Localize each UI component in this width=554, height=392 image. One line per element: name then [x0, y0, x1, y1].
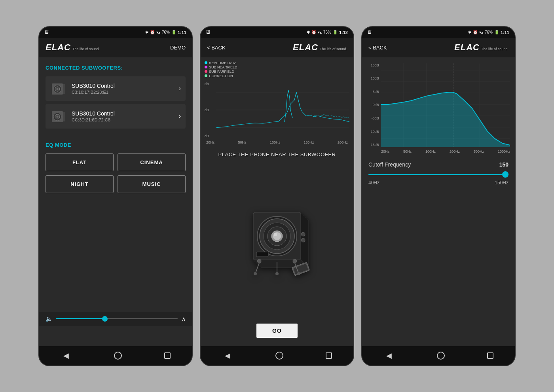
- nav-back-button-2[interactable]: ◀: [222, 350, 233, 361]
- nav-back-button-1[interactable]: ◀: [61, 350, 72, 361]
- go-button-area: GO: [201, 320, 353, 346]
- volume-icon: 🔈: [46, 316, 52, 322]
- screen2-content: REALTIME DATA SUB NEARFIELD SUB FARFIELD…: [201, 58, 353, 346]
- eq-buttons-grid: FLAT CINEMA NIGHT MUSIC: [46, 153, 186, 193]
- chart-area-2: REALTIME DATA SUB NEARFIELD SUB FARFIELD…: [201, 58, 353, 146]
- chevron-icon-2: ›: [179, 113, 181, 120]
- svg-rect-29: [256, 252, 268, 257]
- image-icon-3: 🖼: [368, 30, 372, 34]
- nav-home-button-2[interactable]: [275, 352, 283, 360]
- phone-3: 🖼 ✱ ⏰ ▾▴ 76% 🔋 1:11 < BACK ELAC The life…: [361, 26, 516, 366]
- subwoofer-3d-svg: [237, 201, 317, 280]
- image-icon: 🖼: [45, 30, 49, 34]
- nav-square-button-2[interactable]: [326, 352, 332, 359]
- chart-freq-axis-2: 20Hz 50Hz 100Hz 150Hz 200Hz: [205, 140, 349, 144]
- eq-flat-button[interactable]: FLAT: [46, 153, 114, 171]
- svg-point-33: [254, 272, 257, 275]
- phone-1: 🖼 ✱ ⏰ ▾▴ 76% 🔋 1:11 ELAC The life of sou…: [38, 26, 193, 366]
- subwoofer-icon-1: [50, 80, 67, 97]
- screen1-content: CONNECTED SUBWOOFERS: SUB3010 Control C3…: [39, 58, 192, 346]
- elac-logo-1: ELAC The life of sound.: [46, 42, 100, 53]
- legend-correction: CORRECTION: [205, 74, 349, 78]
- svg-rect-9: [63, 112, 65, 121]
- cutoff-section: Cutoff Frequency 150 40Hz 150Hz: [362, 156, 515, 191]
- battery-icon: 🔋: [171, 30, 176, 34]
- nav-home-button-1[interactable]: [114, 352, 122, 360]
- alarm-icon-2: ⏰: [311, 30, 316, 34]
- freq-chart-container: 15dB 10dB 5dB 0dB -5dB -10dB -15dB: [367, 62, 510, 149]
- svg-line-30: [255, 263, 259, 274]
- legend-nearfield: SUB NEARFIELD: [205, 65, 349, 69]
- svg-rect-4: [63, 84, 65, 94]
- signal-icon: ▾▴: [156, 30, 160, 34]
- cutoff-slider[interactable]: [368, 174, 508, 175]
- back-button-3[interactable]: < BACK: [368, 45, 387, 51]
- svg-point-27: [301, 232, 305, 236]
- subwoofer-icon-2: [50, 108, 67, 125]
- screen3-content: 15dB 10dB 5dB 0dB -5dB -10dB -15dB: [362, 58, 515, 346]
- svg-point-24: [293, 259, 297, 263]
- time-label: 1:11: [178, 30, 186, 35]
- nav-back-button-3[interactable]: ◀: [383, 350, 395, 361]
- battery-icon-3: 🔋: [494, 30, 499, 34]
- eq-cinema-button[interactable]: CINEMA: [118, 153, 186, 171]
- nav-square-button-1[interactable]: [164, 352, 171, 359]
- legend-dot-realtime: [205, 61, 207, 64]
- svg-point-28: [301, 238, 305, 242]
- cutoff-range-row: 40Hz 150Hz: [368, 180, 508, 186]
- eq-music-button[interactable]: MUSIC: [118, 175, 186, 193]
- legend-dot-nearfield: [205, 66, 207, 68]
- elac-tagline-3: The life of sound.: [481, 47, 508, 51]
- svg-point-34: [275, 272, 279, 275]
- eq-night-button[interactable]: NIGHT: [46, 175, 114, 193]
- alarm-icon-3: ⏰: [473, 30, 478, 34]
- sub-info-1: SUB3010 Control C3:10:17:B2:28:E1: [72, 83, 179, 95]
- status-bar-2: 🖼 ✱ ⏰ ▾▴ 76% 🔋 1:12: [201, 27, 353, 38]
- back-button-2[interactable]: < BACK: [207, 45, 226, 51]
- cutoff-thumb: [502, 171, 508, 178]
- chart-legend: REALTIME DATA SUB NEARFIELD SUB FARFIELD…: [205, 61, 349, 78]
- signal-icon-3: ▾▴: [479, 30, 483, 34]
- battery-label: 76%: [162, 30, 170, 34]
- freq-chart-area: 15dB 10dB 5dB 0dB -5dB -10dB -15dB: [362, 58, 515, 156]
- nav-bar-2: ◀: [201, 346, 353, 365]
- elac-logo-3: ELAC The life of sound.: [454, 42, 508, 53]
- elac-logo-2: ELAC The life of sound.: [293, 42, 347, 53]
- chart-db-axis: dB dB dB: [205, 80, 216, 140]
- legend-label-realtime: REALTIME DATA: [209, 61, 237, 65]
- subwoofer-illustration: [201, 161, 353, 320]
- image-icon-2: 🖼: [206, 30, 210, 34]
- cutoff-row: Cutoff Frequency 150: [368, 161, 508, 168]
- subwoofer-item-1[interactable]: SUB3010 Control C3:10:17:B2:28:E1 ›: [46, 76, 186, 101]
- nav-home-button-3[interactable]: [437, 352, 445, 360]
- subwoofer-item-2[interactable]: SUB3010 Control CC:3D:21:6D:72:C8 ›: [46, 104, 186, 129]
- sub-name-2: SUB3010 Control: [72, 110, 179, 117]
- sub-info-2: SUB3010 Control CC:3D:21:6D:72:C8: [72, 110, 179, 122]
- cutoff-max: 150Hz: [495, 180, 508, 186]
- nav-square-button-3[interactable]: [487, 352, 493, 359]
- volume-chevron-icon[interactable]: ∧: [182, 316, 186, 322]
- svg-point-23: [257, 259, 261, 263]
- demo-label: DEMO: [170, 45, 186, 51]
- freq-db-axis: 15dB 10dB 5dB 0dB -5dB -10dB -15dB: [367, 62, 381, 149]
- legend-label-correction: CORRECTION: [209, 74, 233, 78]
- instruction-text: PLACE THE PHONE NEAR THE SUBWOOFER: [201, 146, 353, 161]
- app-header-2: < BACK ELAC The life of sound.: [201, 38, 353, 58]
- elac-brand-1: ELAC: [46, 42, 71, 53]
- go-button[interactable]: GO: [256, 324, 298, 338]
- cutoff-value: 150: [499, 161, 508, 168]
- elac-tagline-2: The life of sound.: [320, 47, 347, 51]
- legend-dot-farfield: [205, 70, 207, 73]
- phone-2: 🖼 ✱ ⏰ ▾▴ 76% 🔋 1:12 < BACK ELAC The life…: [200, 26, 354, 366]
- volume-bar: 🔈 ∧: [39, 312, 192, 326]
- volume-track[interactable]: [56, 318, 178, 319]
- alarm-icon: ⏰: [150, 30, 155, 34]
- svg-point-21: [273, 232, 281, 240]
- eq-mode-section: EQ MODE FLAT CINEMA NIGHT MUSIC: [39, 136, 192, 197]
- time-label-3: 1:11: [501, 30, 509, 35]
- legend-label-nearfield: SUB NEARFIELD: [209, 65, 237, 69]
- chart-svg-2: [216, 80, 349, 140]
- app-header-1: ELAC The life of sound. DEMO: [39, 38, 192, 58]
- sub-mac-1: C3:10:17:B2:28:E1: [72, 90, 179, 95]
- svg-point-22: [274, 233, 277, 236]
